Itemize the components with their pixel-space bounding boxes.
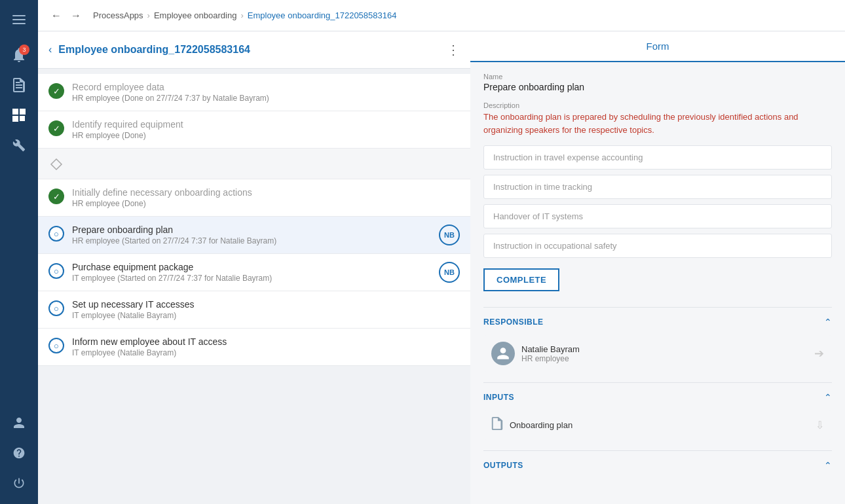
grid-icon[interactable] [6, 102, 32, 128]
outputs-section-title: OUTPUTS [483, 461, 523, 470]
back-arrow-button[interactable]: ← [48, 9, 64, 23]
breadcrumb-level2: Employee onboarding_1722058583164 [248, 10, 397, 20]
inputs-section-header[interactable]: INPUTS ⌃ [483, 392, 832, 403]
breadcrumb-level1[interactable]: Employee onboarding [154, 10, 236, 20]
input-item-name: Onboarding plan [510, 420, 573, 430]
task-meta: HR employee (Done on 27/7/24 7:37 by Nat… [72, 94, 460, 103]
breadcrumb-sep-1: › [147, 10, 150, 20]
responsible-item: Natalie Bayram HR employee ➔ [483, 335, 832, 372]
task-pending-icon: ○ [48, 338, 64, 353]
task-done-icon: ✓ [48, 120, 64, 136]
task-pending-icon: ○ [48, 226, 64, 242]
task-name: Identify required equipment [72, 119, 460, 130]
inputs-section-title: INPUTS [483, 393, 514, 402]
form-body: Name Prepare onboarding plan Description… [470, 62, 845, 504]
help-icon[interactable] [6, 440, 32, 466]
form-description-value: The onboarding plan is prepared by sched… [483, 111, 832, 136]
task-assignee-badge: NB [439, 225, 460, 245]
task-content: Prepare onboarding plan HR employee (Sta… [72, 225, 431, 245]
complete-button[interactable]: COMPLETE [483, 268, 559, 291]
svg-rect-0 [12, 15, 26, 16]
responsible-section-header[interactable]: RESPONSIBLE ⌃ [483, 317, 832, 327]
task-name: Inform new employee about IT access [72, 336, 460, 347]
task-name: Set up necessary IT accesses [72, 299, 460, 310]
task-pending-icon: ○ [48, 263, 64, 279]
task-content: Inform new employee about IT access IT e… [72, 336, 460, 357]
avatar [491, 342, 515, 365]
form-panel: Form Name Prepare onboarding plan Descri… [470, 31, 845, 504]
form-header: Form [470, 31, 845, 62]
form-field-2[interactable]: Instruction in time tracking [483, 175, 832, 199]
task-name: Initially define necessary onboarding ac… [72, 187, 460, 198]
task-item[interactable]: ○ Inform new employee about IT access IT… [38, 329, 470, 366]
task-meta: HR employee (Started on 27/7/24 7:37 for… [72, 236, 431, 245]
document-icon[interactable] [6, 72, 32, 98]
task-name: Prepare onboarding plan [72, 225, 431, 235]
responsible-role: HR employee [521, 354, 580, 363]
form-name-section: Name Prepare onboarding plan [483, 73, 832, 92]
nav-arrows: ← → [48, 9, 84, 23]
sidebar: 3 [0, 0, 38, 504]
task-content: Set up necessary IT accesses IT employee… [72, 299, 460, 320]
task-meta: IT employee (Started on 27/7/24 7:37 for… [72, 274, 431, 283]
task-panel-more-button[interactable]: ⋮ [447, 42, 460, 58]
svg-rect-1 [12, 19, 26, 20]
task-item[interactable]: ✓ Identify required equipment HR employe… [38, 111, 470, 149]
task-panel-title: Employee onboarding_1722058583164 [58, 44, 250, 56]
task-panel-header: ‹ Employee onboarding_1722058583164 ⋮ [38, 31, 470, 69]
task-content: Identify required equipment HR employee … [72, 119, 460, 140]
task-item[interactable]: ○ Set up necessary IT accesses IT employ… [38, 291, 470, 329]
responsible-section-title: RESPONSIBLE [483, 317, 544, 327]
wrench-icon[interactable] [6, 132, 32, 158]
task-meta: IT employee (Natalie Bayram) [72, 348, 460, 357]
svg-rect-6 [20, 116, 25, 121]
svg-rect-2 [12, 23, 26, 24]
task-content: Purchase equipment package IT employee (… [72, 262, 431, 283]
task-meta: HR employee (Done) [72, 131, 460, 140]
outputs-section-header[interactable]: OUTPUTS ⌃ [483, 460, 832, 471]
form-fields-section: Instruction in travel expense accounting… [483, 145, 832, 258]
task-content: Record employee data HR employee (Done o… [72, 82, 460, 103]
responsible-name: Natalie Bayram [521, 344, 580, 354]
form-description-label: Description [483, 101, 832, 109]
form-field-3[interactable]: Handover of IT systems [483, 204, 832, 228]
inputs-section: INPUTS ⌃ Onboarding plan ⇩ [483, 382, 832, 440]
task-meta: HR employee (Done) [72, 199, 460, 208]
user-profile-icon[interactable] [6, 410, 32, 436]
task-panel-back-button[interactable]: ‹ [48, 44, 52, 56]
form-field-1[interactable]: Instruction in travel expense accounting [483, 145, 832, 170]
notifications-icon[interactable]: 3 [6, 42, 32, 68]
gateway-icon [48, 156, 64, 172]
task-item[interactable]: ✓ Initially define necessary onboarding … [38, 179, 470, 217]
svg-rect-5 [12, 116, 18, 121]
inputs-collapse-icon: ⌃ [824, 392, 832, 403]
responsible-section: RESPONSIBLE ⌃ Natalie Bayram HR employee… [483, 307, 832, 372]
responsible-info: Natalie Bayram HR employee [521, 344, 580, 363]
task-name: Purchase equipment package [72, 262, 431, 272]
content-area: ‹ Employee onboarding_1722058583164 ⋮ ✓ … [38, 31, 845, 504]
svg-rect-3 [12, 109, 18, 114]
responsible-collapse-icon: ⌃ [824, 317, 832, 327]
task-item[interactable]: ○ Purchase equipment package IT employee… [38, 254, 470, 291]
task-item[interactable]: ✓ Record employee data HR employee (Done… [38, 74, 470, 111]
form-field-4[interactable]: Instruction in occupational safety [483, 234, 832, 258]
input-item: Onboarding plan ⇩ [483, 410, 832, 440]
notification-badge: 3 [19, 45, 29, 55]
breadcrumb-root[interactable]: ProcessApps [93, 10, 143, 20]
task-panel: ‹ Employee onboarding_1722058583164 ⋮ ✓ … [38, 31, 470, 504]
task-item[interactable]: ○ Prepare onboarding plan HR employee (S… [38, 217, 470, 254]
forward-arrow-button[interactable]: → [68, 9, 84, 23]
svg-marker-7 [51, 159, 62, 170]
task-item[interactable] [38, 149, 470, 179]
power-icon[interactable] [6, 470, 32, 496]
document-input-icon [491, 417, 503, 433]
main-wrapper: ← → ProcessApps › Employee onboarding › … [38, 0, 845, 504]
form-name-label: Name [483, 73, 832, 81]
responsible-navigate-icon[interactable]: ➔ [814, 346, 824, 361]
download-icon[interactable]: ⇩ [816, 419, 824, 431]
hamburger-menu-icon[interactable] [6, 7, 32, 33]
task-assignee-badge: NB [439, 262, 460, 283]
form-name-value: Prepare onboarding plan [483, 82, 832, 92]
task-content: Initially define necessary onboarding ac… [72, 187, 460, 208]
form-description-section: Description The onboarding plan is prepa… [483, 101, 832, 136]
